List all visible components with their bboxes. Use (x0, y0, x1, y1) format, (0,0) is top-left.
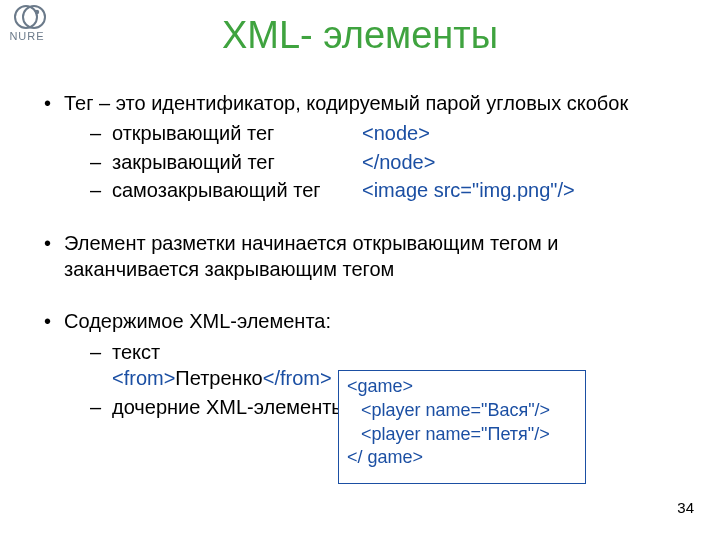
selfclose-tag-code: <image src="img.png"/> (362, 177, 575, 203)
logo-text: NURE (9, 30, 44, 42)
close-tag-code: </node> (362, 149, 435, 175)
content-text-label: текст (112, 341, 160, 363)
bullet-element-def: Элемент разметки начинается открывающим … (64, 232, 559, 280)
box-line-3: </ game> (347, 446, 577, 470)
box-line-1: <player name="Вася"/> (361, 399, 577, 423)
box-line-2: <player name="Петя"/> (361, 423, 577, 447)
svg-point-2 (35, 10, 39, 14)
bullet-tag-def: Тег – это идентификатор, кодируемый паро… (64, 92, 628, 114)
open-tag-code: <node> (362, 120, 430, 146)
xml-example-box: <game> <player name="Вася"/> <player nam… (338, 370, 586, 484)
slide-title: XML- элементы (0, 14, 720, 57)
page-number: 34 (677, 499, 694, 516)
open-tag-label: открывающий тег (112, 120, 362, 146)
selfclose-tag-label: самозакрывающий тег (112, 177, 362, 203)
box-line-0: <game> (347, 375, 577, 399)
content-text-example: <from>Петренко</from> (112, 367, 332, 389)
content-child-label: дочерние XML-элементы (112, 396, 346, 418)
nure-logo: NURE (6, 4, 48, 42)
close-tag-label: закрывающий тег (112, 149, 362, 175)
bullet-content-def: Содержимое XML-элемента: (64, 310, 331, 332)
